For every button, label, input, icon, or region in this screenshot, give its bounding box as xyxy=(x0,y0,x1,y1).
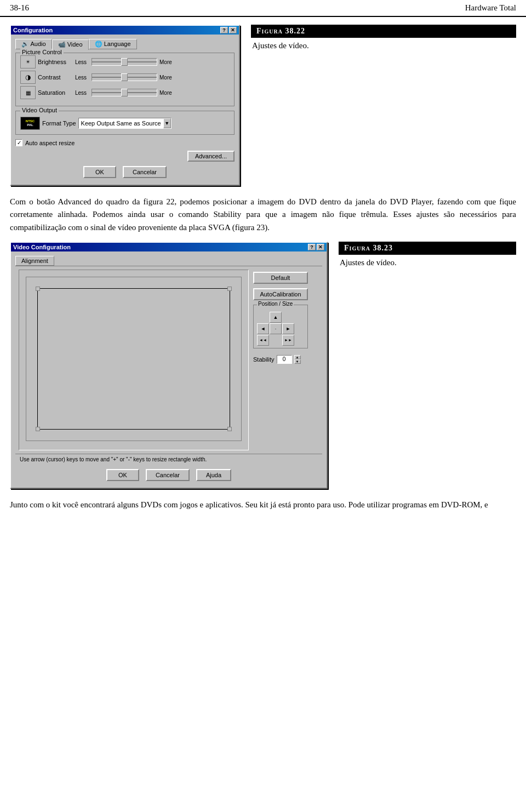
contrast-more: More xyxy=(159,75,174,81)
position-size-label: Position / Size xyxy=(257,301,294,307)
video-output-label: Video Output xyxy=(20,107,59,113)
cancel-button[interactable]: Cancelar xyxy=(123,166,167,178)
video-config-title: Video Configuration xyxy=(13,244,71,250)
saturation-more: More xyxy=(159,90,174,96)
brightness-label: Brightness xyxy=(38,59,73,65)
video-icon: 📹 xyxy=(58,41,66,48)
wide-left-button[interactable]: ◄◄ xyxy=(257,335,269,346)
contrast-less: Less xyxy=(75,75,89,81)
figure2-text: Ajustes de vídeo. xyxy=(339,258,516,267)
wide-right-button[interactable]: ►► xyxy=(282,335,294,346)
stability-row: Stability 0 ▲ ▼ xyxy=(253,355,308,364)
page-header: 38-16 Hardware Total xyxy=(0,0,526,17)
video-config-main: Default AutoCalibration Position / Size … xyxy=(15,266,322,454)
video-output-group: Video Output NTSC PAL Format Type Keep O… xyxy=(15,111,235,135)
video-preview-inner xyxy=(26,277,242,441)
figure1-title: Figura 38.22 xyxy=(251,25,516,38)
dialog-buttons: OK Cancelar xyxy=(15,162,235,180)
default-button[interactable]: Default xyxy=(253,272,308,284)
advanced-btn-row: Advanced... xyxy=(15,151,235,162)
figure2-row: Video Configuration ? ✕ Alignment xyxy=(10,242,516,489)
format-type-label: Format Type xyxy=(42,120,76,127)
saturation-label: Saturation xyxy=(38,89,73,96)
vid-ok-button[interactable]: OK xyxy=(106,469,139,481)
vid-help-button[interactable]: ? xyxy=(308,244,316,250)
up-arrow-button[interactable]: ▲ xyxy=(270,312,282,323)
center-button[interactable]: · xyxy=(270,323,282,334)
corner-tr-icon xyxy=(227,287,232,291)
video-controls: Default AutoCalibration Position / Size … xyxy=(253,270,308,450)
figure1-caption: Figura 38.22 Ajustes de vídeo. xyxy=(251,25,516,50)
video-preview-rect xyxy=(37,288,230,430)
vid-cancel-button[interactable]: Cancelar xyxy=(146,469,190,481)
figure1-text: Ajustes de vídeo. xyxy=(251,41,516,50)
config-dialog-titlebar: Configuration ? ✕ xyxy=(11,26,239,35)
video-config-body: Alignment xyxy=(11,251,327,488)
close-button[interactable]: ✕ xyxy=(229,27,237,33)
vid-ajuda-button[interactable]: Ajuda xyxy=(196,469,231,481)
auto-aspect-label: Auto aspect resize xyxy=(25,140,75,146)
arrow-grid: ▲ ◄ · ► ◄◄ ►► xyxy=(257,312,304,346)
spin-up-button[interactable]: ▲ xyxy=(294,355,301,359)
brightness-row: ☀ Brightness Less More xyxy=(20,55,230,68)
config-dialog-title: Configuration xyxy=(13,27,53,33)
saturation-icon: ▦ xyxy=(20,86,36,99)
video-config-dialog: Video Configuration ? ✕ Alignment xyxy=(10,242,328,489)
brightness-slider[interactable] xyxy=(92,58,157,66)
saturation-row: ▦ Saturation Less More xyxy=(20,86,230,99)
format-dropdown[interactable]: Keep Output Same as Source ▼ xyxy=(78,118,171,129)
spin-down-button[interactable]: ▼ xyxy=(294,359,301,364)
autocalibration-button[interactable]: AutoCalibration xyxy=(253,288,308,300)
stability-spinner: ▲ ▼ xyxy=(294,355,301,364)
brightness-less: Less xyxy=(75,59,89,65)
language-icon: 🌐 xyxy=(95,41,102,47)
figure2-title: Figura 38.23 xyxy=(339,242,516,255)
corner-br-icon xyxy=(227,427,232,431)
titlebar-buttons: ? ✕ xyxy=(220,27,237,33)
contrast-icon: ◑ xyxy=(20,71,36,84)
video-preview-area xyxy=(19,270,249,450)
left-arrow-button[interactable]: ◄ xyxy=(257,323,269,334)
body-paragraph-2: Junto com o kit você encontrará alguns D… xyxy=(10,499,516,511)
tab-audio[interactable]: 🔊 Audio xyxy=(15,39,52,49)
format-dropdown-value: Keep Output Same as Source xyxy=(79,120,163,127)
page-number: 38-16 xyxy=(10,3,29,13)
contrast-label: Contrast xyxy=(38,74,73,81)
position-size-group: Position / Size ▲ ◄ · ► xyxy=(253,305,308,348)
ok-button[interactable]: OK xyxy=(83,166,116,178)
body-paragraph-1: Com o botão Advanced do quadro da figura… xyxy=(10,196,516,234)
config-dialog-body: 🔊 Audio 📹 Video 🌐 Language Picture Contr… xyxy=(11,35,239,185)
alignment-tab-area: Alignment xyxy=(15,256,322,266)
brightness-more: More xyxy=(159,59,174,65)
hint-text: Use arrow (cursor) keys to move and "+" … xyxy=(15,454,322,465)
brightness-icon: ☀ xyxy=(20,55,36,68)
main-content: Configuration ? ✕ 🔊 Audio 📹 Video xyxy=(0,17,526,519)
vid-dialog-buttons: OK Cancelar Ajuda xyxy=(15,465,322,483)
config-dialog: Configuration ? ✕ 🔊 Audio 📹 Video xyxy=(10,25,240,186)
figure1-row: Configuration ? ✕ 🔊 Audio 📹 Video xyxy=(10,25,516,186)
saturation-slider[interactable] xyxy=(92,89,157,96)
help-button[interactable]: ? xyxy=(220,27,228,33)
config-tabs: 🔊 Audio 📹 Video 🌐 Language xyxy=(15,39,235,49)
stability-input[interactable]: 0 xyxy=(277,355,292,364)
advanced-button[interactable]: Advanced... xyxy=(187,151,235,162)
empty-cell-2 xyxy=(282,312,294,323)
tab-video[interactable]: 📹 Video xyxy=(52,39,89,50)
video-config-titlebar: Video Configuration ? ✕ xyxy=(11,243,327,251)
contrast-slider[interactable] xyxy=(92,73,157,81)
alignment-tab[interactable]: Alignment xyxy=(15,256,54,266)
video-config-titlebar-buttons: ? ✕ xyxy=(308,244,324,250)
page-title: Hardware Total xyxy=(465,3,516,13)
stability-label: Stability xyxy=(253,356,275,363)
tab-language[interactable]: 🌐 Language xyxy=(89,39,137,49)
empty-cell-1 xyxy=(257,312,269,323)
vid-close-button[interactable]: ✕ xyxy=(317,244,324,250)
auto-aspect-checkbox[interactable]: ✓ xyxy=(15,139,22,146)
auto-aspect-row: ✓ Auto aspect resize xyxy=(15,139,235,146)
audio-icon: 🔊 xyxy=(21,41,29,47)
saturation-less: Less xyxy=(75,90,89,96)
right-arrow-button[interactable]: ► xyxy=(282,323,294,334)
format-row: NTSC PAL Format Type Keep Output Same as… xyxy=(20,113,230,130)
corner-bl-icon xyxy=(36,427,40,431)
dropdown-arrow-icon[interactable]: ▼ xyxy=(163,118,171,128)
